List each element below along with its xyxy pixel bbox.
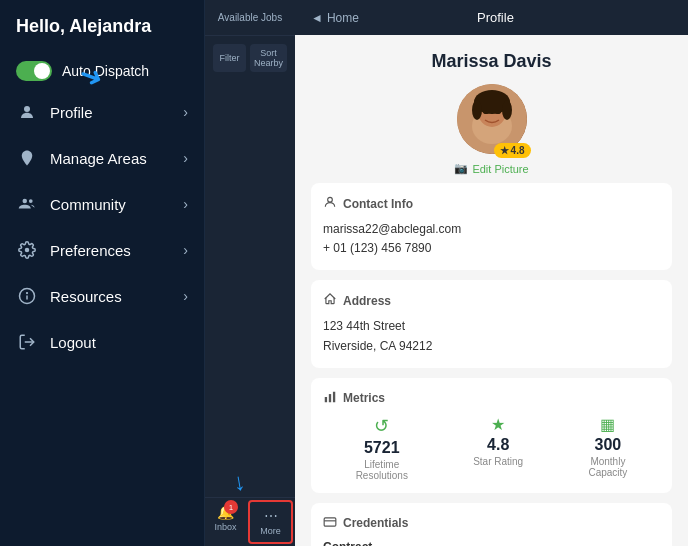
menu-label-preferences: Preferences (50, 242, 171, 259)
more-dots-icon: ⋯ (264, 508, 278, 524)
settings-icon (16, 239, 38, 261)
chevron-right-icon: › (183, 104, 188, 120)
edit-picture-button[interactable]: 📷 Edit Picture (454, 162, 528, 175)
middle-jobs-panel: Available Jobs Filter Sort Nearby ↓ 🔔 In… (205, 0, 295, 546)
metric-resolutions-label: LifetimeResolutions (356, 459, 408, 481)
metric-resolutions-value: 5721 (364, 439, 400, 457)
available-jobs-header: Available Jobs (205, 0, 295, 36)
resolutions-icon: ↺ (374, 415, 389, 437)
credentials-title-text: Credentials (343, 516, 408, 530)
star-icon: ★ (500, 145, 509, 156)
address-city: Riverside, CA 94212 (323, 337, 660, 356)
profile-name: Marissa Davis (311, 51, 672, 72)
menu-label-resources: Resources (50, 288, 171, 305)
contact-phone: + 01 (123) 456 7890 (323, 239, 660, 258)
rating-badge: ★ 4.8 (494, 143, 531, 158)
svg-point-0 (24, 106, 30, 112)
rating-value: 4.8 (511, 145, 525, 156)
back-link[interactable]: ◄ Home (311, 11, 359, 25)
address-title-text: Address (343, 294, 391, 308)
contact-icon (323, 195, 337, 212)
logout-icon (16, 331, 38, 353)
menu-label-community: Community (50, 196, 171, 213)
chevron-right-icon: › (183, 150, 188, 166)
location-icon (16, 147, 38, 169)
menu-label-profile: Profile (50, 104, 171, 121)
profile-panel: ◄ Home Profile Marissa Davis (295, 0, 688, 546)
metric-star-label: Star Rating (473, 456, 523, 467)
inbox-tab[interactable]: 🔔 Inbox 1 (205, 498, 246, 546)
contract-name: Contract (323, 540, 660, 546)
jobs-content: Filter Sort Nearby (205, 36, 295, 497)
inbox-tab-label: Inbox (214, 522, 236, 532)
auto-dispatch-row: Auto Dispatch (0, 53, 204, 89)
svg-point-2 (23, 199, 28, 204)
menu-item-community[interactable]: Community › (0, 181, 204, 227)
svg-point-17 (328, 197, 333, 202)
svg-point-16 (495, 110, 501, 114)
menu-label-manage-areas: Manage Areas (50, 150, 171, 167)
credentials-icon (323, 515, 337, 532)
star-rating-icon: ★ (491, 415, 505, 434)
edit-picture-label: Edit Picture (472, 163, 528, 175)
profile-nav-title: Profile (477, 10, 514, 25)
contact-section: Contact Info marissa22@abclegal.com + 01… (311, 183, 672, 270)
metrics-section-title: Metrics (323, 390, 660, 407)
contact-email: marissa22@abclegal.com (323, 220, 660, 239)
avatar-container: ★ 4.8 📷 Edit Picture (311, 84, 672, 175)
address-section-title: Address (323, 292, 660, 309)
svg-point-14 (502, 100, 512, 120)
filter-sort-row: Filter Sort Nearby (213, 44, 287, 72)
metrics-row: ↺ 5721 LifetimeResolutions ★ 4.8 Star Ra… (323, 415, 660, 481)
metric-star-value: 4.8 (487, 436, 509, 454)
auto-dispatch-toggle[interactable] (16, 61, 52, 81)
menu-label-logout: Logout (50, 334, 188, 351)
address-section: Address 123 44th Street Riverside, CA 94… (311, 280, 672, 367)
back-chevron-icon: ◄ (311, 11, 323, 25)
contact-section-title: Contact Info (323, 195, 660, 212)
profile-nav: ◄ Home Profile (295, 0, 688, 35)
chevron-right-icon: › (183, 196, 188, 212)
greeting-text: Hello, Alejandra (0, 16, 204, 53)
svg-point-4 (25, 248, 30, 253)
chevron-right-icon: › (183, 242, 188, 258)
menu-item-manage-areas[interactable]: Manage Areas › (0, 135, 204, 181)
metric-star-rating: ★ 4.8 Star Rating (473, 415, 523, 481)
svg-point-3 (29, 199, 33, 203)
svg-rect-20 (333, 392, 335, 403)
metric-capacity: ▦ 300 MonthlyCapacity (588, 415, 627, 481)
metrics-section: Metrics ↺ 5721 LifetimeResolutions ★ 4.8… (311, 378, 672, 493)
inbox-badge: 1 (224, 500, 238, 514)
filter-button[interactable]: Filter (213, 44, 246, 72)
bottom-tabs: 🔔 Inbox 1 ⋯ More (205, 497, 295, 546)
credentials-section-title: Credentials (323, 515, 660, 532)
camera-icon: 📷 (454, 162, 468, 175)
menu-item-logout[interactable]: Logout (0, 319, 204, 365)
svg-point-15 (483, 110, 489, 114)
info-icon (16, 285, 38, 307)
profile-body: Marissa Davis (295, 35, 688, 546)
bar-chart-icon (323, 390, 337, 407)
menu-item-resources[interactable]: Resources › (0, 273, 204, 319)
metric-capacity-label: MonthlyCapacity (588, 456, 627, 478)
auto-dispatch-label: Auto Dispatch (62, 63, 149, 79)
contact-title-text: Contact Info (343, 197, 413, 211)
more-tab-label: More (260, 526, 281, 536)
metric-resolutions: ↺ 5721 LifetimeResolutions (356, 415, 408, 481)
svg-rect-21 (324, 518, 336, 526)
group-icon (16, 193, 38, 215)
sort-button[interactable]: Sort Nearby (250, 44, 287, 72)
person-icon (16, 101, 38, 123)
menu-item-profile[interactable]: Profile › (0, 89, 204, 135)
capacity-icon: ▦ (600, 415, 615, 434)
svg-rect-19 (329, 394, 331, 402)
back-label: Home (327, 11, 359, 25)
home-icon (323, 292, 337, 309)
more-tab[interactable]: ⋯ More (248, 500, 293, 544)
left-menu-panel: Hello, Alejandra Auto Dispatch ➜ Profile… (0, 0, 205, 546)
credentials-section: Credentials Contract Status: Complete Gu… (311, 503, 672, 546)
address-street: 123 44th Street (323, 317, 660, 336)
menu-item-preferences[interactable]: Preferences › (0, 227, 204, 273)
svg-rect-18 (325, 397, 327, 402)
svg-point-13 (472, 100, 482, 120)
